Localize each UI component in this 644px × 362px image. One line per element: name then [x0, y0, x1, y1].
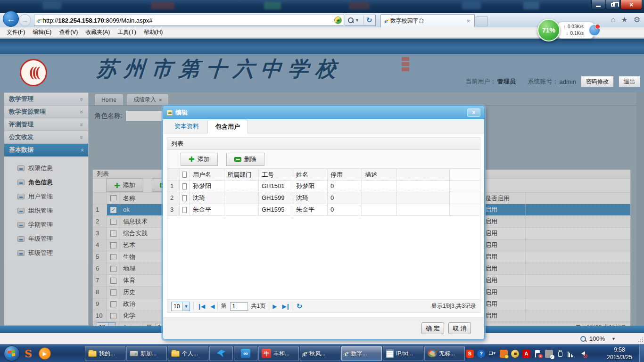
- new-tab-button[interactable]: [476, 16, 488, 26]
- restore-button[interactable]: [606, 0, 620, 9]
- page-number-input[interactable]: [230, 302, 248, 311]
- compatibility-view-icon[interactable]: +: [334, 16, 342, 24]
- taskbar-button-fenghe-app[interactable]: 牛丰和...: [258, 346, 299, 361]
- settings-gear-icon[interactable]: ⚙: [634, 15, 640, 24]
- memory-ball[interactable]: 71%: [537, 19, 560, 41]
- clock-time: 9:58: [603, 346, 636, 354]
- current-user-label: 当前用户：: [466, 77, 496, 86]
- ie-icon: e: [345, 348, 348, 359]
- folder-icon: [171, 351, 180, 357]
- select-all-checkbox[interactable]: [182, 172, 187, 178]
- assistant-ball-icon[interactable]: [588, 24, 601, 36]
- search-dropdown-caret[interactable]: ▼: [355, 18, 359, 23]
- taskbar-button-paint-untitled[interactable]: 无标...: [424, 346, 465, 361]
- user-extra-cell: [396, 204, 450, 215]
- page-size-value: 10: [172, 303, 182, 310]
- zoom-level[interactable]: 100%: [589, 335, 605, 342]
- taskbar-button-ie-qiufeng[interactable]: e秋风...: [300, 346, 340, 361]
- tab-basic-info[interactable]: 资本资料: [167, 119, 206, 133]
- taskbar-button-hummingbird-app[interactable]: [209, 346, 233, 361]
- tab-included-users[interactable]: 包含用户: [207, 120, 248, 133]
- header-0: 用户名: [190, 169, 224, 180]
- taskbar-clock[interactable]: 9:58 2015/3/25: [603, 346, 636, 361]
- tray-help-icon[interactable]: ?: [477, 350, 485, 358]
- address-bar[interactable]: e http://182.254.158.170:8099/Main.aspx#…: [34, 15, 344, 26]
- taskbar-button-new-volume[interactable]: 新加...: [126, 346, 167, 361]
- first-page-icon[interactable]: ❙◀: [197, 303, 204, 310]
- refresh-page-icon[interactable]: ↻: [366, 16, 372, 25]
- tray-signal-icon[interactable]: [568, 351, 575, 357]
- prev-page-icon[interactable]: ◀: [210, 303, 214, 310]
- checkbox[interactable]: [182, 207, 187, 213]
- checkbox[interactable]: [182, 183, 187, 189]
- show-desktop-button[interactable]: [639, 345, 644, 362]
- user-row-2[interactable]: 2沈琦GH1599沈琦0: [167, 192, 480, 204]
- forward-button[interactable]: →: [19, 14, 31, 26]
- tray-stock-icon[interactable]: [500, 350, 508, 358]
- menu-item-1[interactable]: 编辑(E): [29, 27, 55, 37]
- close-window-button[interactable]: ×: [620, 0, 642, 9]
- taskbar-button-label: 数字...: [351, 350, 367, 358]
- taskbar-button-personal-folder[interactable]: 个人...: [168, 346, 208, 361]
- ie-icon: e: [303, 348, 307, 359]
- ie-tab-favicon: e: [385, 17, 388, 25]
- user-toolbar: ✚添加 删除: [167, 150, 480, 169]
- zoom-dropdown-caret[interactable]: ▼: [611, 337, 616, 341]
- favorites-star-icon[interactable]: ★: [621, 15, 627, 24]
- menu-item-2[interactable]: 查看(V): [55, 27, 82, 37]
- menu-item-5[interactable]: 帮助(H): [140, 27, 167, 37]
- change-password-button[interactable]: 密码修改: [581, 76, 614, 87]
- logout-button[interactable]: 退出: [619, 76, 640, 87]
- browser-tab[interactable]: e 数字校园平台 ×: [380, 14, 475, 27]
- user-gap-cell: [450, 192, 480, 204]
- home-icon[interactable]: ⌂: [611, 16, 616, 24]
- taskbar-button-cloud-app[interactable]: ∞: [234, 346, 257, 361]
- user-row-3[interactable]: 3朱金平GH1595朱金平0: [167, 204, 480, 216]
- tray-device-icon[interactable]: [545, 350, 553, 358]
- search-icon[interactable]: [348, 17, 354, 23]
- school-logo-mark: (((: [26, 63, 41, 82]
- tray-plug-icon[interactable]: [556, 350, 564, 358]
- taskbar-button-ie-digital-campus[interactable]: e数字...: [341, 346, 382, 361]
- taskbar-button-my-docs[interactable]: 我的...: [85, 346, 125, 361]
- dialog-close-button[interactable]: ×: [467, 108, 480, 117]
- checkbox[interactable]: [182, 195, 187, 201]
- delete-user-button[interactable]: 删除: [226, 153, 264, 166]
- tray-expand-icon[interactable]: ▼: [488, 350, 496, 358]
- header-4: 停用: [328, 169, 362, 180]
- back-button[interactable]: ←: [3, 11, 19, 27]
- user-row-1[interactable]: 1孙梦阳GH1501孙梦阳0: [167, 181, 480, 192]
- user-username-cell: 孙梦阳: [190, 181, 224, 192]
- ok-button[interactable]: 确 定: [421, 322, 444, 334]
- refresh-icon[interactable]: ↻: [297, 302, 303, 311]
- add-user-button[interactable]: ✚添加: [181, 153, 218, 166]
- tray-adobe-icon[interactable]: A: [522, 350, 530, 358]
- user-work_id-cell: GH1595: [259, 204, 293, 215]
- edit-dialog-titlebar[interactable]: 编辑 ×: [163, 106, 484, 119]
- zoom-magnifier-icon[interactable]: [580, 336, 586, 342]
- next-page-icon[interactable]: ▶: [272, 303, 276, 310]
- menu-item-4[interactable]: 工具(T): [114, 27, 140, 37]
- divider: [363, 16, 364, 25]
- sogou-browser-icon[interactable]: S: [25, 347, 32, 360]
- school-banner: ((( 苏州市第十六中学校 当前用户：管理员 系统账号：admin 密码修改 退…: [0, 54, 644, 92]
- tray-flag-icon[interactable]: ×: [534, 350, 542, 358]
- tray-mute-icon[interactable]: [578, 350, 586, 358]
- user-department-cell: [224, 204, 259, 215]
- minimize-button[interactable]: [591, 0, 605, 9]
- user-description-cell: [362, 181, 396, 192]
- cancel-button[interactable]: 取 消: [448, 322, 471, 334]
- tray-lock-icon[interactable]: [511, 350, 519, 358]
- taskbar-button-notepad-ip[interactable]: IP.txt...: [383, 346, 423, 361]
- start-button[interactable]: [4, 346, 20, 362]
- url-text[interactable]: http://182.254.158.170:8099/Main.aspx#: [43, 17, 334, 24]
- tab-close-icon[interactable]: ×: [465, 17, 471, 25]
- menu-item-0[interactable]: 文件(F): [3, 27, 29, 37]
- page-size-select[interactable]: 10▼: [171, 302, 190, 311]
- menu-item-3[interactable]: 收藏夹(A): [82, 27, 114, 37]
- last-page-icon[interactable]: ▶❙: [282, 303, 289, 310]
- taskbar-button-label: 新加...: [140, 350, 157, 358]
- edit-dialog-tabs: 资本资料 包含用户: [163, 119, 484, 133]
- tray-sogou-icon[interactable]: S: [466, 350, 474, 358]
- media-player-icon[interactable]: ▶: [39, 347, 51, 360]
